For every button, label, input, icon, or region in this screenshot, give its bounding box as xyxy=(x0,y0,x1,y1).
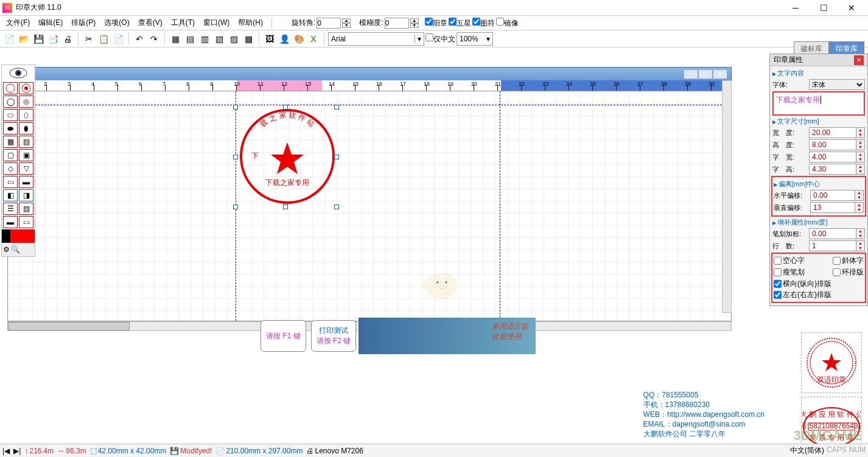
panel-close-button[interactable]: ✕ xyxy=(854,55,864,65)
doc-min-button[interactable]: ─ xyxy=(684,69,698,79)
section-text-content[interactable]: 文字内容 xyxy=(772,69,865,78)
menu-options[interactable]: 选项(O) xyxy=(100,16,133,29)
menu-view[interactable]: 查看(V) xyxy=(135,16,166,29)
blur-spinner[interactable]: ▲▼ xyxy=(410,18,419,28)
tool-grid1[interactable]: ▦ xyxy=(169,32,182,46)
close-button[interactable]: ✕ xyxy=(838,0,866,16)
canvas[interactable]: 载 之 家 软 件 站 下 下载之家专用 xyxy=(7,91,732,321)
seal-object[interactable]: 载 之 家 软 件 站 下 下载之家专用 xyxy=(238,107,337,206)
shape-square2[interactable]: ▣ xyxy=(19,149,33,161)
shape-oval-h2[interactable]: ⬮ xyxy=(19,122,33,134)
rotation-input[interactable] xyxy=(317,18,341,29)
tool-user[interactable]: 👤 xyxy=(278,32,291,46)
tool-grid5[interactable]: ▨ xyxy=(227,32,240,46)
status-x: ↕216.4m xyxy=(24,447,54,455)
preview-icon[interactable]: 🔍 xyxy=(11,245,20,254)
shape-split-v[interactable]: ◧ xyxy=(3,189,18,201)
blur-input[interactable] xyxy=(385,18,409,29)
shape-grid[interactable]: ▦ xyxy=(3,136,18,148)
color-picker[interactable] xyxy=(2,229,35,243)
tool-redo[interactable]: ↷ xyxy=(147,32,161,46)
cb-hollow[interactable]: 空心字 xyxy=(774,256,805,266)
cb-thin[interactable]: 瘦笔划 xyxy=(774,267,805,277)
font-select[interactable]: Arial▾ xyxy=(328,32,424,46)
maximize-button[interactable]: ☐ xyxy=(810,0,838,16)
cb-star[interactable]: 五星 xyxy=(449,18,471,29)
cb-tufu[interactable]: 图符 xyxy=(472,18,495,29)
document-titlebar[interactable]: .yzf ─ ☐ ✕ xyxy=(7,67,732,80)
shape-ring[interactable]: ◎ xyxy=(19,96,33,108)
nav-first[interactable]: |◀ xyxy=(2,447,10,455)
tool-saveall[interactable]: 📑 xyxy=(46,32,60,46)
tool-cut[interactable]: ✂ xyxy=(82,32,96,46)
shape-triangle[interactable]: ▽ xyxy=(19,162,33,175)
shape-linerect[interactable]: ▭ xyxy=(19,216,33,228)
zoom-select[interactable]: 100%▾ xyxy=(457,32,493,46)
menu-tools[interactable]: 工具(T) xyxy=(167,16,198,29)
shape-circle-dot[interactable] xyxy=(19,82,33,94)
cb-cnonly[interactable]: 仅中文 xyxy=(425,33,455,44)
shape-diamond[interactable]: ◇ xyxy=(3,162,18,175)
tool-print[interactable]: 🖨 xyxy=(61,32,74,46)
svg-marker-3 xyxy=(271,142,304,174)
doc-max-button[interactable]: ☐ xyxy=(698,69,713,79)
cb-lr[interactable]: 左右(右左)排版 xyxy=(774,290,864,300)
tool-grid2[interactable]: ▤ xyxy=(183,32,197,46)
tool-save[interactable]: 💾 xyxy=(32,32,45,46)
tool-grid6[interactable]: ▩ xyxy=(242,32,255,46)
doc-close-button[interactable]: ✕ xyxy=(713,69,727,79)
cb-yang[interactable]: 阳章 xyxy=(425,18,447,29)
gear-icon[interactable]: ⚙ xyxy=(3,245,10,254)
shape-rect2[interactable]: ▬ xyxy=(19,176,33,188)
text-content-input[interactable]: 下载之家专用 xyxy=(772,91,865,116)
shape-rect[interactable]: ▭ xyxy=(3,176,18,188)
preview-item-1[interactable]: 双语印章 xyxy=(801,332,862,393)
stroke-bold-input[interactable]: 0.00▲▼ xyxy=(809,228,865,239)
minimize-button[interactable]: ─ xyxy=(782,0,810,16)
menu-edit[interactable]: 编辑(E) xyxy=(35,16,66,29)
cb-italic[interactable]: 斜体字 xyxy=(833,256,864,266)
cb-mirror[interactable]: 镜像 xyxy=(496,18,519,29)
shape-bars[interactable]: ☰ xyxy=(3,203,18,215)
vertical-scrollbar[interactable] xyxy=(722,80,732,313)
shape-longbar[interactable]: ▬ xyxy=(3,216,18,228)
height-input[interactable]: 8.00▲▼ xyxy=(809,139,865,150)
tool-grid3[interactable]: ▥ xyxy=(198,32,211,46)
section-offset[interactable]: 偏离[mm]中心 xyxy=(774,180,864,189)
tool-grid4[interactable]: ▧ xyxy=(212,32,226,46)
tool-color[interactable]: 🎨 xyxy=(292,32,306,46)
tool-open[interactable]: 📂 xyxy=(17,32,30,46)
shape-circle-star[interactable] xyxy=(3,82,18,94)
nav-next[interactable]: ▶| xyxy=(13,447,21,455)
tool-image[interactable]: 🖼 xyxy=(263,32,276,46)
tool-xls[interactable]: X xyxy=(307,32,320,46)
width-input[interactable]: 20.00▲▼ xyxy=(809,127,865,138)
char-height-input[interactable]: 4.30▲▼ xyxy=(809,164,865,175)
shape-square[interactable]: ▢ xyxy=(3,149,18,161)
shape-bars2[interactable]: ▤ xyxy=(19,203,33,215)
menu-file[interactable]: 文件(F) xyxy=(2,16,33,29)
v-offset-input[interactable]: 13▲▼ xyxy=(810,202,864,213)
cb-horiz[interactable]: 横向(纵向)排版 xyxy=(774,279,864,289)
shape-oval-ring[interactable]: ⬯ xyxy=(19,109,33,121)
tool-new[interactable]: 📄 xyxy=(2,32,16,46)
section-extra[interactable]: 增补属性[mm/度] xyxy=(772,218,865,227)
tool-paste[interactable]: 📄 xyxy=(111,32,125,46)
menu-layout[interactable]: 排版(P) xyxy=(68,16,99,29)
line-count-input[interactable]: 1▲▼ xyxy=(809,240,865,251)
tool-undo[interactable]: ↶ xyxy=(133,32,146,46)
shape-oval-h[interactable]: ⬬ xyxy=(3,122,18,134)
menu-help[interactable]: 帮助(H) xyxy=(234,16,267,29)
rotation-spinner[interactable]: ▲▼ xyxy=(342,18,351,28)
shape-grid2[interactable]: ▤ xyxy=(19,136,33,148)
menu-window[interactable]: 窗口(W) xyxy=(200,16,233,29)
shape-split-h[interactable]: ◨ xyxy=(19,189,33,201)
shape-oval[interactable]: ⬭ xyxy=(3,109,18,121)
shape-circle[interactable]: ◯ xyxy=(3,96,18,108)
tool-copy[interactable]: 📋 xyxy=(97,32,110,46)
h-offset-input[interactable]: 0.00▲▼ xyxy=(810,190,864,201)
cb-ring[interactable]: 环排版 xyxy=(833,267,864,277)
char-width-input[interactable]: 4.00▲▼ xyxy=(809,152,865,162)
section-text-size[interactable]: 文字尺寸[mm] xyxy=(772,117,865,126)
font-family-select[interactable]: 宋体 xyxy=(809,79,865,90)
